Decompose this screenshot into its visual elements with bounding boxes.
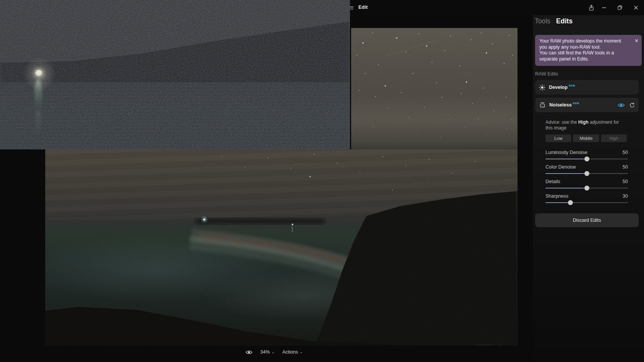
section-title-raw-edits: RAW Edits — [535, 71, 558, 77]
compare-eye-button[interactable] — [245, 349, 253, 355]
slider-thumb[interactable] — [584, 171, 589, 176]
raw-badge: RAW — [573, 102, 579, 105]
minimize-button[interactable] — [600, 4, 608, 11]
app-window: Edit — [0, 0, 644, 362]
noiseless-pro-icon: PRO — [539, 102, 546, 108]
tool-row-noiseless[interactable]: PRO Noiseless RAW — [535, 98, 639, 112]
tool-row-develop[interactable]: Develop RAW — [535, 80, 639, 95]
slider-track[interactable] — [545, 200, 628, 205]
slider-fill — [545, 173, 587, 174]
strength-button-group: Low Middle High — [545, 134, 627, 142]
advice-text: Advice: use the High adjustment for this… — [545, 120, 631, 131]
actions-dropdown[interactable]: Actions ⌄ — [282, 349, 302, 355]
slider-value: 50 — [623, 150, 628, 155]
undo-icon[interactable] — [629, 102, 635, 108]
tool-label-noiseless: Noiseless — [549, 102, 572, 108]
raw-develop-notification: Your RAW photo develops the moment you a… — [535, 35, 642, 66]
slider-fill — [545, 202, 570, 203]
slider-value: 50 — [623, 179, 628, 184]
visibility-eye-icon[interactable] — [618, 102, 625, 108]
advice-strong: High — [578, 120, 588, 125]
canvas-photo-beach[interactable] — [45, 149, 518, 346]
sidebar-tabs: Tools Edits — [535, 17, 573, 25]
svg-text:PRO: PRO — [541, 102, 545, 104]
slider-label: Sharpness — [545, 194, 568, 199]
slider-label: Luminosity Denoise — [545, 150, 587, 155]
chroma-noise — [0, 0, 350, 149]
canvas-toolbar: 34% ⌄ Actions ⌄ — [245, 347, 303, 357]
slider-thumb[interactable] — [584, 186, 589, 191]
actions-label: Actions — [282, 349, 298, 355]
slider-luminosity-denoise: Luminosity Denoise 50 — [545, 150, 628, 165]
film-grain — [351, 28, 518, 149]
zoom-level-dropdown[interactable]: 34% ⌄ — [260, 349, 274, 355]
sun-icon — [539, 84, 545, 91]
edit-sidebar: Tools Edits Your RAW photo develops the … — [533, 15, 644, 362]
slider-track[interactable] — [545, 185, 628, 191]
maximize-button[interactable] — [616, 4, 624, 11]
advice-line2: this image — [545, 125, 631, 131]
tab-tools[interactable]: Tools — [535, 17, 550, 25]
share-icon[interactable] — [587, 4, 595, 11]
slider-thumb[interactable] — [568, 200, 573, 205]
slider-value: 30 — [623, 194, 628, 199]
slider-track[interactable] — [545, 171, 628, 176]
chevron-down-icon: ⌄ — [271, 350, 274, 354]
strength-low-button[interactable]: Low — [545, 134, 571, 142]
slider-thumb[interactable] — [584, 157, 589, 162]
menu-icon[interactable] — [350, 6, 353, 10]
slider-fill — [545, 159, 587, 159]
slider-label: Color Denoise — [545, 165, 576, 170]
slider-track[interactable] — [545, 156, 628, 162]
notification-line2: You can still find the RAW tools in a se… — [539, 50, 624, 62]
chevron-down-icon: ⌄ — [299, 350, 302, 354]
noise-preview-crop[interactable] — [0, 0, 350, 149]
slider-details: Details 50 — [545, 179, 628, 194]
slider-color-denoise: Color Denoise 50 — [545, 165, 628, 179]
slider-sharpness: Sharpness 30 — [545, 194, 628, 208]
strength-high-button[interactable]: High — [601, 134, 627, 142]
raw-badge: RAW — [569, 84, 575, 87]
film-grain — [45, 149, 518, 346]
strength-middle-button[interactable]: Middle — [573, 134, 599, 142]
notification-line1: Your RAW photo develops the moment you a… — [539, 38, 624, 50]
tab-edits[interactable]: Edits — [556, 17, 573, 25]
discard-edits-button[interactable]: Discard Edits — [535, 213, 639, 227]
slider-label: Details — [545, 179, 560, 184]
notification-close-icon[interactable]: ✕ — [634, 38, 639, 44]
close-button[interactable] — [632, 4, 640, 11]
canvas-photo-sky[interactable] — [351, 28, 518, 149]
slider-group: Luminosity Denoise 50 Color Denoise 50 — [545, 150, 628, 208]
tool-label-develop: Develop — [549, 85, 568, 90]
slider-fill — [545, 188, 587, 188]
zoom-level-value: 34% — [260, 349, 270, 355]
edit-mode-title: Edit — [358, 5, 368, 10]
slider-value: 50 — [623, 165, 628, 170]
